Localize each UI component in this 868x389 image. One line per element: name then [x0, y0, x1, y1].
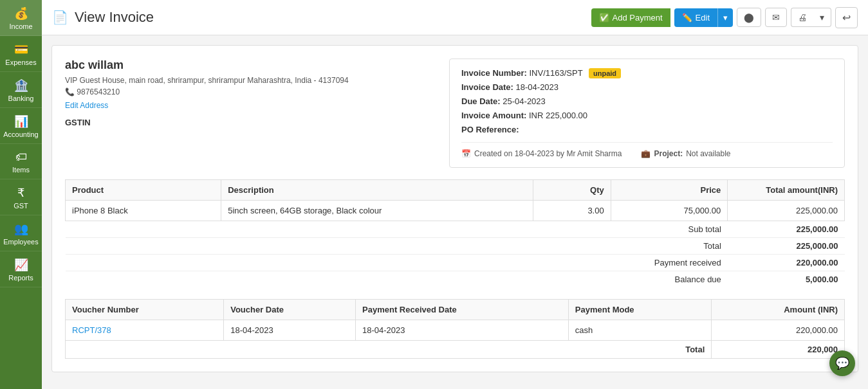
- balance-due-label: Balance due: [66, 271, 728, 288]
- sidebar-item-banking[interactable]: 🏦 Banking: [0, 72, 42, 108]
- cell-payment-received-date: 18-04-2023: [356, 320, 569, 341]
- cell-product: iPhone 8 Black: [66, 201, 221, 221]
- client-phone: 📞 9876543210: [65, 87, 436, 96]
- sidebar-item-expenses[interactable]: 💳 Expenses: [0, 36, 42, 72]
- banking-icon: 🏦: [14, 78, 28, 93]
- print-button[interactable]: 🖨: [791, 8, 813, 27]
- created-info: 📅 Created on 18-04-2023 by Mr Amit Sharm…: [461, 149, 622, 158]
- add-payment-button[interactable]: ✅ Add Payment: [591, 8, 670, 27]
- created-bar: 📅 Created on 18-04-2023 by Mr Amit Sharm…: [461, 142, 833, 158]
- sidebar-item-label: Expenses: [5, 59, 36, 66]
- print-btn-group: 🖨 ▾: [791, 8, 831, 27]
- col-description: Description: [221, 180, 533, 201]
- client-name: abc willam: [65, 59, 436, 72]
- col-product: Product: [66, 180, 221, 201]
- project-info: 💼 Project: Not available: [641, 149, 730, 158]
- expenses-icon: 💳: [14, 42, 28, 57]
- po-reference-row: PO Reference:: [461, 125, 833, 134]
- sidebar-item-label: Reports: [8, 274, 33, 282]
- cell-voucher-number[interactable]: RCPT/378: [66, 320, 224, 341]
- col-voucher-date: Voucher Date: [224, 300, 356, 320]
- add-payment-icon: ✅: [599, 13, 609, 23]
- sidebar-item-label: Income: [9, 23, 32, 30]
- reports-icon: 📈: [14, 258, 28, 272]
- total-label: Total: [66, 238, 728, 255]
- cell-qty: 3.00: [533, 201, 611, 221]
- voucher-table: Voucher Number Voucher Date Payment Rece…: [65, 299, 845, 359]
- page-title: View Invoice: [75, 9, 154, 26]
- col-voucher-number: Voucher Number: [66, 300, 224, 320]
- col-price: Price: [611, 180, 728, 201]
- sidebar-item-label: GST: [14, 202, 28, 210]
- invoice-meta: Invoice Number: INV/1163/SPT unpaid Invo…: [449, 59, 845, 168]
- header-actions: ✅ Add Payment ✏️ Edit ▾ ⬤ ✉ 🖨 ▾ ↩: [591, 7, 858, 28]
- total-value: 225,000.00: [728, 238, 845, 255]
- edit-button[interactable]: ✏️ Edit: [674, 8, 717, 27]
- voucher-total-value: 220,000: [712, 341, 845, 359]
- toggle-button[interactable]: ⬤: [737, 8, 761, 27]
- email-button[interactable]: ✉: [765, 8, 787, 27]
- sidebar-item-accounting[interactable]: 📊 Accounting: [0, 108, 42, 144]
- header: 📄 View Invoice ✅ Add Payment ✏️ Edit ▾ ⬤: [42, 0, 868, 35]
- col-qty: Qty: [533, 180, 611, 201]
- sub-total-label: Sub total: [66, 221, 728, 238]
- col-payment-received-date: Payment Received Date: [356, 300, 569, 320]
- sidebar-item-reports[interactable]: 📈 Reports: [0, 251, 42, 287]
- payment-received-value: 220,000.00: [728, 255, 845, 271]
- cell-amount: 220,000.00: [712, 320, 845, 341]
- sidebar: 💰 Income 💳 Expenses 🏦 Banking 📊 Accounti…: [0, 0, 42, 389]
- income-icon: 💰: [14, 6, 28, 21]
- product-table: Product Description Qty Price Total amou…: [65, 179, 845, 287]
- col-total: Total amount(INR): [728, 180, 845, 201]
- cell-voucher-date: 18-04-2023: [224, 320, 356, 341]
- sidebar-item-employees[interactable]: 👥 Employees: [0, 215, 42, 251]
- cell-total: 225,000.00: [728, 201, 845, 221]
- cell-description: 5inch screen, 64GB storage, Black colour: [221, 201, 533, 221]
- table-row: iPhone 8 Black 5inch screen, 64GB storag…: [66, 201, 845, 221]
- col-amount: Amount (INR): [712, 300, 845, 320]
- invoice-card: abc willam VIP Guest House, main road, s…: [51, 45, 858, 372]
- voucher-total-label: Total: [66, 341, 712, 359]
- employees-icon: 👥: [14, 222, 28, 236]
- cell-payment-mode: cash: [568, 320, 711, 341]
- col-payment-mode: Payment Mode: [568, 300, 711, 320]
- accounting-icon: 📊: [14, 114, 28, 129]
- sidebar-item-label: Items: [12, 166, 30, 174]
- gstin-label: GSTIN: [65, 118, 436, 127]
- sidebar-item-items[interactable]: 🏷 Items: [0, 144, 42, 179]
- edit-btn-group: ✏️ Edit ▾: [674, 8, 733, 27]
- client-address: VIP Guest House, main road, shrirampur, …: [65, 76, 436, 85]
- invoice-amount-row: Invoice Amount: INR 225,000.00: [461, 111, 833, 120]
- payment-received-label: Payment received: [66, 255, 728, 271]
- sidebar-item-label: Employees: [3, 238, 38, 246]
- sidebar-item-gst[interactable]: ₹ GST: [0, 179, 42, 215]
- invoice-date-row: Invoice Date: 18-04-2023: [461, 82, 833, 92]
- invoice-number-row: Invoice Number: INV/1163/SPT unpaid: [461, 68, 833, 78]
- invoice-top: abc willam VIP Guest House, main road, s…: [65, 59, 845, 168]
- back-button[interactable]: ↩: [835, 7, 858, 28]
- cell-price: 75,000.00: [611, 201, 728, 221]
- header-left: 📄 View Invoice: [52, 9, 154, 26]
- content-area: abc willam VIP Guest House, main road, s…: [42, 35, 868, 389]
- sidebar-item-income[interactable]: 💰 Income: [0, 0, 42, 36]
- sidebar-item-label: Accounting: [3, 131, 38, 138]
- page-icon: 📄: [52, 10, 68, 25]
- add-payment-btn-group: ✅ Add Payment: [591, 8, 670, 27]
- main-area: 📄 View Invoice ✅ Add Payment ✏️ Edit ▾ ⬤: [42, 0, 868, 389]
- gst-icon: ₹: [17, 186, 24, 200]
- sub-total-value: 225,000.00: [728, 221, 845, 238]
- items-icon: 🏷: [15, 150, 27, 164]
- list-item: RCPT/378 18-04-2023 18-04-2023 cash 220,…: [66, 320, 845, 341]
- edit-icon: ✏️: [682, 13, 692, 23]
- briefcase-icon: 💼: [641, 149, 651, 158]
- chat-bubble[interactable]: 💬: [829, 350, 855, 376]
- phone-icon: 📞: [65, 87, 75, 96]
- edit-address-link[interactable]: Edit Address: [65, 101, 108, 110]
- due-date-row: Due Date: 25-04-2023: [461, 96, 833, 106]
- unpaid-badge: unpaid: [589, 68, 621, 78]
- sidebar-item-label: Banking: [8, 95, 34, 102]
- calendar-icon: 📅: [461, 149, 471, 158]
- balance-due-value: 5,000.00: [728, 271, 845, 288]
- print-dropdown-button[interactable]: ▾: [813, 8, 831, 27]
- edit-dropdown-button[interactable]: ▾: [717, 8, 733, 27]
